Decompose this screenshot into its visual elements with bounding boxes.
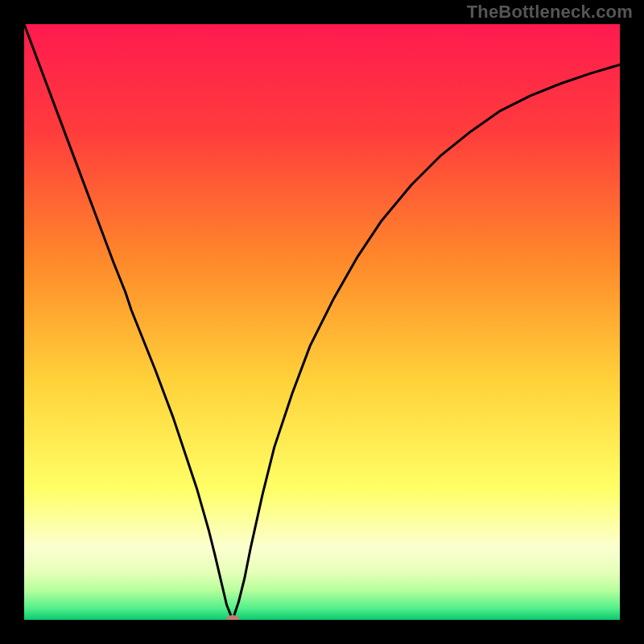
min-marker: [226, 615, 239, 620]
background-gradient: [24, 24, 620, 620]
watermark-text: TheBottleneck.com: [467, 2, 633, 23]
chart-container: TheBottleneck.com: [0, 0, 644, 644]
plot-area: [24, 24, 620, 620]
